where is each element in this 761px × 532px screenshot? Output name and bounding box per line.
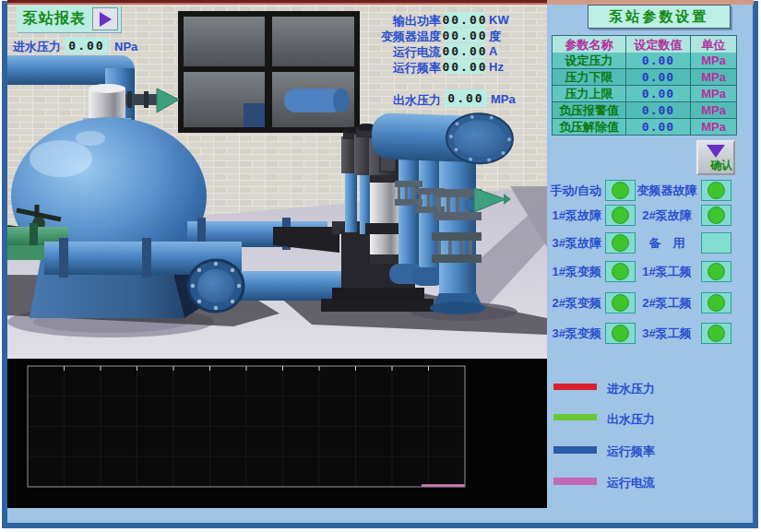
run-current-unit: A	[489, 44, 528, 58]
inverter-temp-unit: 度	[489, 29, 528, 45]
status-label-pump1-mains: 1#泵工频	[635, 264, 699, 280]
status-lamp-box	[605, 232, 636, 254]
status-label-pump1-fault: 1#泵故障	[537, 207, 601, 224]
status-label-pump2-vfd: 2#泵变频	[537, 295, 601, 312]
param-row-unit: MPa	[691, 102, 737, 119]
params-panel-title: 泵站参数设置	[588, 5, 731, 29]
confirm-button[interactable]: 确认	[696, 140, 735, 175]
inlet-pressure-unit: NPa	[114, 40, 137, 53]
report-play-button[interactable]	[92, 7, 118, 30]
hmi-screen: 泵站报表 进水压力 0.00 NPa 输出功率 00.00 KW 变频器温度 0…	[0, 0, 761, 532]
legend-swatch-inlet	[553, 384, 597, 390]
run-frequency-unit: Hz	[489, 60, 528, 74]
status-lamp	[612, 325, 629, 342]
inverter-temp-label: 变频器温度	[339, 29, 441, 45]
status-lamp-box	[701, 232, 731, 254]
status-lamp	[612, 263, 629, 280]
status-label-pump3-mains: 3#泵工频	[635, 325, 699, 342]
discharge-header	[371, 110, 514, 164]
status-lamp	[612, 294, 629, 312]
param-row-value[interactable]: 0.00	[626, 102, 691, 119]
status-label-spare: 备 用	[635, 235, 699, 252]
ceiling-strip	[7, 0, 547, 3]
status-lamp	[707, 263, 725, 280]
param-row-name: 压力下限	[553, 69, 626, 86]
status-lamp	[707, 182, 725, 199]
status-lamp-box	[605, 261, 636, 282]
param-row-unit: MPa	[691, 53, 737, 69]
legend-label-inlet: 进水压力	[607, 381, 655, 397]
run-frequency-label: 运行频率	[339, 60, 441, 77]
status-label-manual-auto: 手动/自动	[537, 183, 601, 199]
status-label-vfd-fault: 变频器故障	[635, 183, 699, 199]
col-header-value: 设定数值	[626, 36, 691, 54]
status-label-pump2-fault: 2#泵故障	[635, 207, 699, 224]
legend-label-frequency: 运行频率	[607, 443, 655, 460]
status-lamp-box	[701, 180, 731, 201]
col-header-name: 参数名称	[553, 36, 626, 54]
status-lamp	[707, 325, 725, 342]
legend-label-current: 运行电流	[607, 475, 655, 491]
status-lamp	[612, 182, 629, 199]
inlet-pressure-label: 进水压力	[13, 39, 61, 55]
outlet-pressure-value: 0.00	[445, 89, 487, 107]
status-lamp	[707, 207, 725, 224]
param-row-value[interactable]: 0.00	[626, 69, 691, 86]
legend-swatch-outlet	[553, 414, 597, 420]
param-row-unit: MPa	[691, 86, 737, 102]
status-lamp-box	[701, 261, 731, 282]
status-lamp	[612, 234, 629, 252]
output-power-value: 00.00	[445, 12, 485, 27]
inverter-temp-value: 00.00	[445, 28, 485, 42]
param-row-name: 负压报警值	[553, 102, 626, 119]
param-row-unit: MPa	[691, 69, 737, 86]
legend-swatch-frequency	[553, 446, 597, 454]
status-label-pump3-fault: 3#泵故障	[537, 235, 601, 252]
confirm-triangle-icon	[707, 145, 725, 158]
window	[178, 11, 360, 133]
play-icon	[100, 12, 112, 27]
status-lamp-box	[605, 323, 636, 344]
run-current-value: 00.00	[445, 43, 485, 58]
output-power-label: 输出功率	[339, 13, 441, 30]
param-row-name: 压力上限	[553, 86, 626, 102]
legend-swatch-current	[553, 478, 597, 485]
param-row-value[interactable]: 0.00	[626, 53, 691, 69]
confirm-button-label: 确认	[710, 158, 732, 173]
status-lamp	[612, 207, 629, 224]
param-row-name: 负压解除值	[553, 119, 626, 136]
param-row-unit: MPa	[691, 119, 737, 136]
status-lamp-box	[605, 180, 636, 201]
run-frequency-value: 00.00	[445, 59, 485, 74]
report-button-label: 泵站报表	[17, 9, 92, 29]
inlet-pressure-value: 0.00	[65, 37, 109, 53]
status-lamp-box	[701, 205, 731, 226]
output-power-unit: KW	[489, 13, 528, 27]
run-current-label: 运行电流	[339, 44, 441, 61]
params-table: 参数名称 设定数值 单位 设定压力 0.00 MPa 压力下限 0.00 MPa…	[552, 35, 737, 136]
status-lamp-box	[605, 292, 636, 313]
param-row-value[interactable]: 0.00	[626, 119, 691, 136]
status-lamp	[707, 294, 725, 312]
status-lamp-box	[701, 292, 731, 313]
outlet-pressure-unit: MPa	[491, 92, 516, 106]
col-header-unit: 单位	[691, 36, 737, 54]
status-label-pump1-vfd: 1#泵变频	[537, 264, 601, 280]
trend-chart	[7, 359, 547, 508]
param-row-name: 设定压力	[553, 53, 626, 69]
status-label-pump2-mains: 2#泵工频	[635, 295, 699, 312]
status-label-pump3-vfd: 3#泵变频	[537, 325, 601, 342]
param-row-value[interactable]: 0.00	[626, 86, 691, 102]
legend-label-outlet: 出水压力	[607, 411, 655, 428]
status-lamp-box	[701, 323, 731, 344]
outlet-pressure-label: 出水压力	[339, 92, 441, 109]
status-lamp-box	[605, 205, 636, 226]
report-button[interactable]: 泵站报表	[17, 6, 121, 32]
